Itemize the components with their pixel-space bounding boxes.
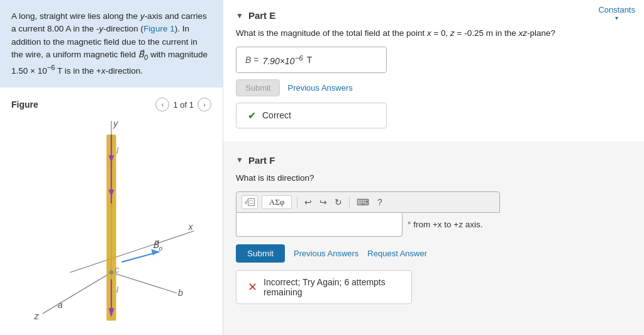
svg-text:a: a	[58, 300, 63, 310]
part-e-buttons: Submit Previous Answers	[236, 79, 629, 96]
left-panel: A long, straight wire lies along the y-a…	[0, 0, 223, 335]
matrix-icon[interactable]: √□	[242, 195, 258, 209]
part-f-header: ▼ Part F	[236, 155, 629, 166]
help-icon[interactable]: ?	[375, 196, 385, 208]
figure-link[interactable]: Figure 1	[143, 24, 175, 33]
part-f-incorrect-label: Incorrect; Try Again; 6 attempts remaini…	[264, 277, 400, 297]
svg-point-20	[109, 270, 114, 275]
svg-text:c: c	[114, 264, 119, 275]
part-e-eq-sign: B =	[245, 55, 258, 65]
svg-text:y: y	[113, 118, 118, 128]
part-f-unit-label: ° from +x to +z axis.	[408, 220, 482, 229]
part-f-incorrect-box: ✕ Incorrect; Try Again; 6 attempts remai…	[236, 270, 412, 304]
part-f-buttons: Submit Previous Answers Request Answer	[236, 244, 629, 263]
part-e-answer-value: 7.90×10−6	[262, 54, 303, 66]
svg-line-2	[70, 231, 194, 273]
figure-prev-btn[interactable]: ‹	[155, 98, 169, 111]
part-f-text-input[interactable]	[236, 213, 402, 237]
part-e-question: What is the magnitude of the total field…	[236, 28, 629, 38]
part-f-label: Part F	[248, 155, 275, 166]
part-e-header: ▼ Part E	[236, 10, 629, 21]
problem-text: A long, straight wire lies along the y-a…	[0, 0, 223, 88]
check-icon: ✔	[248, 110, 256, 122]
part-e-prev-answers-link[interactable]: Previous Answers	[287, 83, 352, 93]
figure-svg: y x z b a	[0, 114, 223, 334]
toolbar-separator-2	[349, 196, 350, 208]
figure-count: 1 of 1	[173, 100, 194, 110]
x-icon: ✕	[248, 280, 257, 294]
part-f-prev-answers-link[interactable]: Previous Answers	[294, 249, 358, 258]
part-f-section: ▼ Part F What is its direction? √□ ΑΣφ ↩…	[223, 145, 644, 317]
keyboard-icon[interactable]: ⌨	[355, 196, 371, 208]
part-f-input-row: ° from +x to +z axis.	[236, 213, 629, 237]
refresh-icon[interactable]: ↻	[333, 196, 344, 208]
part-e-correct-label: Correct	[262, 110, 291, 120]
part-e-answer-box: B = 7.90×10−6 T	[236, 47, 387, 73]
figure-title: Figure	[11, 99, 38, 110]
part-e-submit-btn: Submit	[236, 79, 280, 96]
svg-text:x: x	[188, 222, 194, 232]
svg-line-6	[111, 273, 177, 293]
part-f-request-answer-link[interactable]: Request Answer	[367, 249, 427, 258]
part-f-question: What is its direction?	[236, 173, 629, 183]
part-f-collapse-arrow[interactable]: ▼	[236, 156, 243, 164]
svg-text:I: I	[116, 285, 119, 295]
part-e-section: ▼ Part E What is the magnitude of the to…	[223, 0, 644, 141]
part-e-collapse-arrow[interactable]: ▼	[236, 11, 243, 20]
right-panel: Constants ▾ ▼ Part E What is the magnitu…	[223, 0, 644, 335]
figure-area: Figure ‹ 1 of 1 › y x	[0, 88, 223, 335]
constants-label: Constants	[598, 5, 635, 14]
svg-line-4	[43, 273, 111, 314]
part-e-label: Part E	[248, 10, 275, 21]
constants-chevron: ▾	[598, 14, 635, 21]
figure-nav: ‹ 1 of 1 ›	[155, 98, 211, 111]
redo-icon[interactable]: ↪	[318, 196, 329, 208]
math-toolbar: √□ ΑΣφ ↩ ↪ ↻ ⌨ ?	[236, 191, 500, 213]
part-e-answer-unit: T	[307, 55, 313, 65]
undo-icon[interactable]: ↩	[303, 196, 314, 208]
constants-button[interactable]: Constants ▾	[598, 5, 635, 21]
figure-canvas: y x z b a	[0, 114, 223, 334]
svg-text:B⃗0: B⃗0	[153, 240, 163, 252]
greek-icon[interactable]: ΑΣφ	[262, 195, 292, 209]
figure-header: Figure ‹ 1 of 1 ›	[0, 94, 223, 114]
svg-text:z: z	[34, 311, 40, 321]
part-f-submit-btn[interactable]: Submit	[236, 244, 285, 263]
svg-text:I: I	[116, 146, 119, 156]
svg-text:b: b	[178, 288, 183, 298]
part-e-correct-box: ✔ Correct	[236, 103, 387, 128]
figure-next-btn[interactable]: ›	[197, 98, 211, 111]
toolbar-separator-1	[297, 196, 297, 208]
